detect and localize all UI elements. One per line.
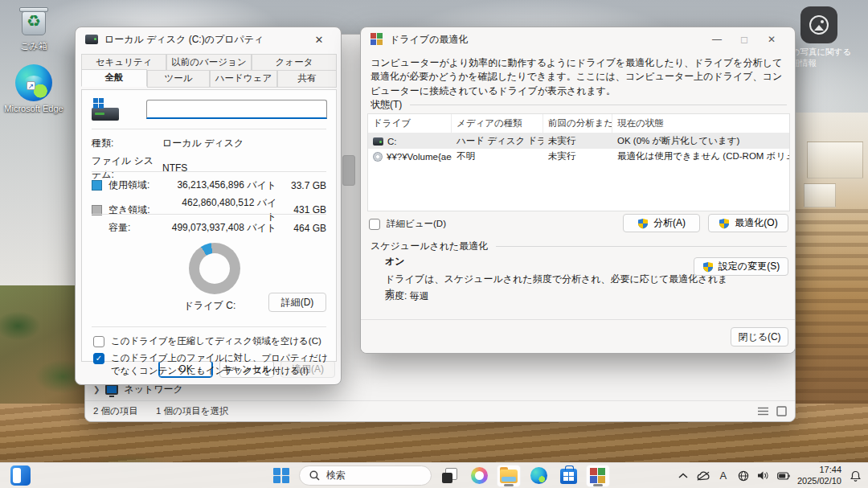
defrag-app-button[interactable] bbox=[586, 465, 610, 487]
defrag-title-bar[interactable]: ドライブの最適化 — ◻ ✕ bbox=[361, 27, 795, 51]
cell-last-run: 未実行 bbox=[543, 150, 612, 162]
col-current-status[interactable]: 現在の状態 bbox=[612, 114, 789, 133]
network-button[interactable] bbox=[737, 470, 750, 482]
used-space-gb: 33.7 GB bbox=[276, 180, 326, 191]
recycle-bin-label: ごみ箱 bbox=[20, 41, 47, 52]
desktop-icon-edge[interactable]: ↗ Microsoft Edge bbox=[3, 64, 64, 115]
disk-usage-donut-chart bbox=[189, 243, 240, 294]
index-checkbox[interactable]: ✓ bbox=[93, 353, 104, 364]
volume-button[interactable] bbox=[757, 470, 770, 482]
change-settings-button[interactable]: 設定の変更(S) bbox=[694, 257, 788, 276]
file-explorer-button[interactable] bbox=[497, 465, 521, 487]
explorer-scrollbar[interactable] bbox=[342, 155, 355, 186]
drives-table[interactable]: ドライブ メディアの種類 前回の分析または最... 現在の状態 C: ハード デ… bbox=[367, 113, 790, 211]
minimize-icon[interactable]: — bbox=[703, 30, 731, 49]
close-icon[interactable]: ✕ bbox=[307, 30, 331, 49]
tab-hardware[interactable]: ハードウェア bbox=[210, 70, 277, 88]
taskbar-search[interactable]: 検索 bbox=[299, 465, 432, 486]
copilot-button[interactable] bbox=[467, 465, 491, 487]
compress-checkbox[interactable] bbox=[93, 336, 104, 347]
table-row-volume[interactable]: ¥¥?¥Volume{ae4e2... 不明 未実行 最適化は使用できません (… bbox=[368, 149, 789, 164]
detail-view-checkbox[interactable] bbox=[369, 219, 380, 230]
file-explorer-icon bbox=[500, 470, 518, 483]
tab-sharing[interactable]: 共有 bbox=[277, 70, 337, 88]
optimize-label: 最適化(O) bbox=[735, 216, 777, 230]
uac-shield-icon bbox=[637, 218, 649, 229]
properties-title-bar[interactable]: ローカル ディスク (C:)のプロパティ ✕ bbox=[76, 27, 341, 51]
edge-icon: ↗ bbox=[15, 64, 52, 101]
analyze-button[interactable]: 分析(A) bbox=[623, 214, 700, 232]
optimize-drives-dialog[interactable]: ドライブの最適化 — ◻ ✕ コンピューターがより効率的に動作するようにドライブ… bbox=[360, 27, 796, 354]
details-view-icon[interactable] bbox=[758, 406, 768, 416]
clock-time: 17:44 bbox=[797, 465, 841, 476]
taskbar: 検索 A bbox=[0, 462, 868, 488]
free-space-bytes: 462,860,480,512 バイト bbox=[173, 196, 277, 223]
clock-date: 2025/02/10 bbox=[797, 476, 841, 487]
tab-quota[interactable]: クォータ bbox=[252, 54, 337, 70]
properties-title: ローカル ディスク (C:)のプロパティ bbox=[104, 33, 264, 47]
close-button[interactable]: 閉じる(C) bbox=[731, 327, 788, 347]
search-placeholder: 検索 bbox=[326, 469, 346, 482]
network-icon bbox=[105, 384, 118, 395]
table-row-drive-c[interactable]: C: ハード ディスク ドライブ 未実行 OK (0% が断片化しています) bbox=[368, 133, 789, 149]
volume-label-input[interactable] bbox=[146, 100, 327, 119]
wallpaper-building bbox=[804, 183, 836, 207]
desktop-icon-recycle-bin[interactable]: ♻ ごみ箱 bbox=[3, 5, 64, 52]
widgets-button[interactable] bbox=[8, 465, 32, 487]
battery-button[interactable] bbox=[777, 470, 790, 482]
schedule-group-label: スケジュールされた最適化 bbox=[371, 240, 488, 253]
maximize-icon[interactable]: ◻ bbox=[731, 30, 758, 49]
group-divider bbox=[410, 105, 787, 105]
wallpaper-building bbox=[807, 141, 863, 178]
tab-previous-versions[interactable]: 以前のバージョン bbox=[166, 54, 252, 70]
details-button[interactable]: 詳細(D) bbox=[268, 293, 326, 312]
store-button[interactable] bbox=[556, 465, 580, 487]
windows-logo-icon bbox=[93, 98, 104, 109]
speaker-icon bbox=[757, 470, 769, 481]
chevron-right-icon[interactable]: ❯ bbox=[93, 385, 100, 394]
edge-icon bbox=[530, 467, 547, 484]
cell-drive: C: bbox=[387, 137, 397, 146]
optimize-button[interactable]: 最適化(O) bbox=[708, 214, 788, 232]
close-icon[interactable]: ✕ bbox=[758, 30, 785, 49]
col-drive[interactable]: ドライブ bbox=[368, 114, 452, 133]
cell-status: 最適化は使用できません (CD-ROM ボリューム) bbox=[612, 150, 789, 162]
ime-indicator[interactable]: A bbox=[717, 470, 730, 482]
capacity-label: 容量: bbox=[108, 221, 162, 235]
recycle-bin-icon: ♻ bbox=[18, 5, 49, 39]
task-view-button[interactable] bbox=[437, 465, 461, 487]
tab-general[interactable]: 全般 bbox=[81, 69, 147, 87]
status-group-label: 状態(T) bbox=[371, 98, 402, 112]
used-space-bytes: 36,213,456,896 バイト bbox=[177, 178, 276, 192]
windows-start-icon bbox=[273, 468, 289, 484]
shortcut-arrow-icon: ↗ bbox=[27, 81, 35, 90]
defrag-app-icon bbox=[590, 468, 606, 484]
compress-checkbox-label: このドライブを圧縮してディスク領域を空ける(C) bbox=[111, 335, 321, 348]
microsoft-store-icon bbox=[560, 469, 577, 484]
filesystem-label: ファイル システム: bbox=[92, 154, 162, 182]
taskbar-clock[interactable]: 17:44 2025/02/10 bbox=[797, 465, 841, 487]
tab-tools[interactable]: ツール bbox=[147, 70, 210, 88]
uac-shield-icon bbox=[702, 261, 714, 273]
edge-label: Microsoft Edge bbox=[4, 104, 63, 115]
tab-security[interactable]: セキュリティ bbox=[81, 54, 166, 70]
type-value: ローカル ディスク bbox=[162, 137, 244, 150]
copilot-icon bbox=[471, 467, 488, 484]
uac-shield-icon bbox=[719, 218, 730, 229]
col-last-run[interactable]: 前回の分析または最... bbox=[543, 114, 612, 133]
disk-properties-dialog[interactable]: ローカル ディスク (C:)のプロパティ ✕ セキュリティ 以前のバージョン ク… bbox=[75, 27, 342, 385]
cdrom-icon bbox=[373, 152, 383, 162]
hdd-icon bbox=[373, 137, 383, 146]
change-settings-label: 設定の変更(S) bbox=[719, 260, 780, 273]
onedrive-button[interactable] bbox=[697, 470, 710, 482]
col-media-type[interactable]: メディアの種類 bbox=[452, 114, 543, 133]
edge-button[interactable] bbox=[526, 465, 551, 487]
thumbnail-view-icon[interactable] bbox=[776, 406, 787, 416]
used-space-label: 使用領域: bbox=[108, 178, 173, 192]
start-button[interactable] bbox=[269, 465, 293, 487]
schedule-state: オン bbox=[385, 255, 405, 269]
notifications-button[interactable] bbox=[849, 470, 862, 482]
tray-overflow-button[interactable] bbox=[677, 470, 690, 482]
status-selected-count: 1 個の項目を選択 bbox=[156, 405, 229, 417]
drives-table-header[interactable]: ドライブ メディアの種類 前回の分析または最... 現在の状態 bbox=[368, 114, 789, 133]
